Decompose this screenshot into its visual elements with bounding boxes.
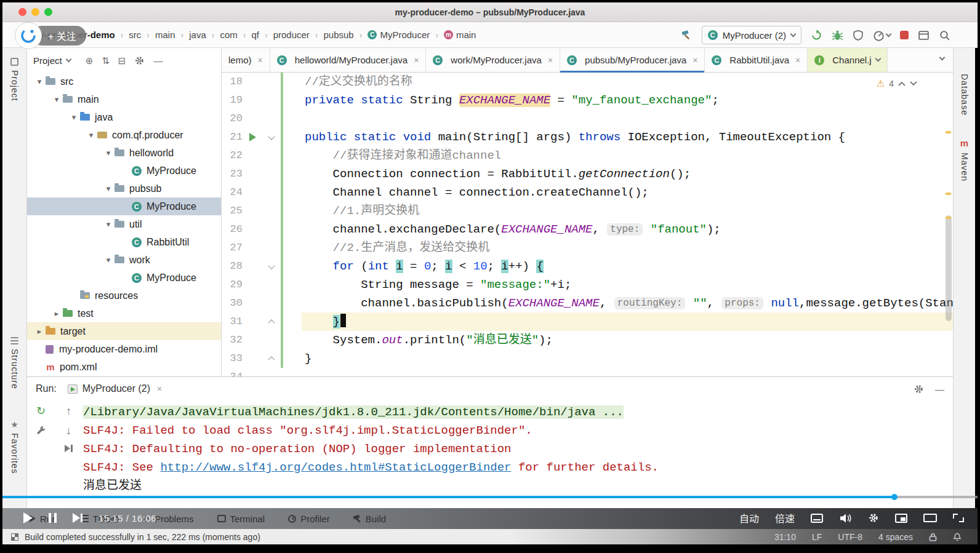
- code-line[interactable]: 22 //获得连接对象和通道channel: [222, 146, 953, 165]
- locate-file-icon[interactable]: ⊕: [86, 56, 94, 65]
- sort-icon[interactable]: ⇅: [102, 56, 110, 65]
- tree-item[interactable]: ▾pubsub: [27, 180, 221, 197]
- editor-tab[interactable]: IChannel.j: [808, 48, 887, 72]
- close-window-button[interactable]: [18, 8, 26, 16]
- layout-windows-icon[interactable]: [918, 30, 930, 41]
- close-tab-icon[interactable]: ×: [693, 55, 697, 65]
- close-tab-icon[interactable]: ×: [258, 55, 263, 65]
- tree-item[interactable]: ▾util: [27, 215, 221, 233]
- toolwindow-switcher-icon[interactable]: [11, 533, 18, 541]
- chevron-down-icon[interactable]: [875, 56, 881, 62]
- tree-chevron-icon[interactable]: ▾: [68, 113, 80, 122]
- toolwindow-tab-profiler[interactable]: Profiler: [288, 514, 330, 524]
- project-view-selector[interactable]: Project: [33, 55, 71, 66]
- tree-chevron-icon[interactable]: ▸: [33, 327, 46, 336]
- notifications-bell-icon[interactable]: [953, 533, 962, 541]
- console-settings-icon[interactable]: [914, 384, 924, 394]
- breadcrumb-item[interactable]: qf: [250, 28, 260, 41]
- video-seek-bar[interactable]: [2, 496, 978, 498]
- tree-chevron-icon[interactable]: ▸: [50, 309, 63, 318]
- fold-icon[interactable]: [268, 356, 275, 363]
- minimize-window-button[interactable]: [31, 8, 39, 16]
- toolwindow-button-database[interactable]: Database: [954, 74, 975, 116]
- code-line[interactable]: 32 System.out.println("消息已发送");: [222, 331, 953, 349]
- rerun-button[interactable]: [811, 30, 822, 41]
- console-wrench-icon[interactable]: [36, 425, 46, 436]
- editor-tab[interactable]: CRabbitUtil.java×: [705, 48, 808, 72]
- run-console-tab[interactable]: MyProducer (2) ×: [64, 377, 166, 400]
- code-line[interactable]: 21public static void main(String[] args)…: [222, 128, 953, 146]
- code-line[interactable]: 34: [222, 368, 953, 376]
- breadcrumb-item[interactable]: main: [154, 28, 177, 41]
- tree-item[interactable]: ▾com.qf.producer: [27, 126, 221, 144]
- warning-stripe-mark[interactable]: [946, 131, 951, 133]
- code-line[interactable]: 29 String message = "message:"+i;: [222, 276, 953, 294]
- uploader-avatar[interactable]: [15, 22, 42, 49]
- caret-position[interactable]: 31:10: [774, 532, 796, 542]
- tree-item[interactable]: CMyProduce: [27, 269, 221, 287]
- code-line[interactable]: 20: [222, 109, 953, 128]
- tree-chevron-icon[interactable]: ▾: [102, 255, 114, 265]
- close-tab-icon[interactable]: ×: [157, 384, 162, 394]
- breadcrumb-item[interactable]: com: [219, 28, 238, 41]
- console-line[interactable]: SLF4J: See http://www.slf4j.org/codes.ht…: [83, 458, 953, 477]
- indent-indicator[interactable]: 4 spaces: [878, 532, 913, 542]
- toolwindow-button-project[interactable]: Project: [2, 58, 26, 101]
- tree-chevron-icon[interactable]: ▾: [102, 184, 114, 193]
- tree-item[interactable]: resources: [27, 287, 221, 304]
- tree-item[interactable]: CRabbitUtil: [27, 233, 221, 251]
- code-line[interactable]: 31 }: [222, 312, 953, 331]
- play-icon[interactable]: [23, 512, 33, 523]
- debug-button[interactable]: [832, 30, 843, 41]
- prev-warning-icon[interactable]: [898, 81, 906, 86]
- editor-tab[interactable]: Chelloworld/MyProducer.java×: [270, 48, 427, 72]
- tree-chevron-icon[interactable]: ▾: [33, 77, 46, 86]
- run-line-icon[interactable]: [249, 133, 256, 141]
- fullscreen-icon[interactable]: [953, 514, 964, 522]
- code-line[interactable]: 30 channel.basicPublish(EXCHANGE_NAME, r…: [222, 294, 953, 312]
- tree-item[interactable]: my-producer-demo.iml: [27, 340, 221, 358]
- tree-item[interactable]: CMyProduce: [27, 197, 221, 215]
- toolwindow-button-maven[interactable]: m Maven: [954, 138, 975, 181]
- encoding-indicator[interactable]: UTF-8: [838, 532, 862, 542]
- tree-chevron-icon[interactable]: ▾: [102, 148, 114, 157]
- next-episode-icon[interactable]: [73, 513, 82, 523]
- hide-panel-icon[interactable]: —: [935, 384, 944, 394]
- tree-item[interactable]: mpom.xml: [27, 358, 221, 376]
- panel-settings-icon[interactable]: [134, 55, 145, 66]
- search-everywhere-icon[interactable]: [939, 30, 950, 41]
- tree-item[interactable]: ▸target: [27, 322, 221, 340]
- lock-icon[interactable]: [929, 533, 937, 541]
- speed-button[interactable]: 倍速: [775, 511, 795, 525]
- fold-icon[interactable]: [268, 319, 275, 326]
- tree-chevron-icon[interactable]: ▾: [102, 220, 114, 229]
- editor-tab[interactable]: lemo)×: [222, 48, 270, 72]
- code-line[interactable]: 24 Channel channel = connection.createCh…: [222, 183, 953, 202]
- code-line[interactable]: 25 //1.声明交换机: [222, 202, 953, 220]
- profiler-button[interactable]: [873, 30, 891, 41]
- close-tab-icon[interactable]: ×: [795, 55, 800, 65]
- toolwindow-tab-terminal[interactable]: Terminal: [217, 514, 265, 524]
- tree-item[interactable]: ▾src: [27, 73, 221, 90]
- console-link[interactable]: http://www.slf4j.org/codes.html#StaticLo…: [160, 461, 511, 474]
- fold-icon[interactable]: [268, 262, 275, 269]
- code-line[interactable]: 19private static String EXCHANGE_NAME = …: [222, 91, 953, 109]
- tree-item[interactable]: ▾java: [27, 108, 221, 126]
- tree-item[interactable]: ▾work: [27, 251, 221, 269]
- breadcrumb-item[interactable]: producer: [272, 28, 311, 41]
- scroll-to-end-icon[interactable]: [65, 445, 73, 452]
- code-line[interactable]: 23 Connection connection = RabbitUtil.ge…: [222, 165, 953, 183]
- tree-item[interactable]: ▾helloworld: [27, 144, 221, 162]
- code-line[interactable]: 28 for (int i = 0; i < 10; i++) {: [222, 257, 953, 276]
- code-line[interactable]: 26 channel.exchangeDeclare(EXCHANGE_NAME…: [222, 220, 953, 239]
- subtitle-icon[interactable]: [811, 514, 823, 523]
- close-tab-icon[interactable]: ×: [548, 55, 553, 65]
- breadcrumb-item[interactable]: mmain: [443, 28, 478, 41]
- hide-panel-icon[interactable]: —: [153, 56, 163, 65]
- tree-item[interactable]: CMyProduce: [27, 162, 221, 180]
- zoom-window-button[interactable]: [44, 8, 52, 16]
- console-line[interactable]: SLF4J: Defaulting to no-operation (NOP) …: [83, 440, 953, 458]
- down-stack-trace-icon[interactable]: ↓: [66, 425, 71, 436]
- toolwindow-button-favorites[interactable]: ★ Favorites: [2, 421, 26, 474]
- code-editor[interactable]: 18//定义交换机的名称19private static String EXCH…: [222, 73, 953, 376]
